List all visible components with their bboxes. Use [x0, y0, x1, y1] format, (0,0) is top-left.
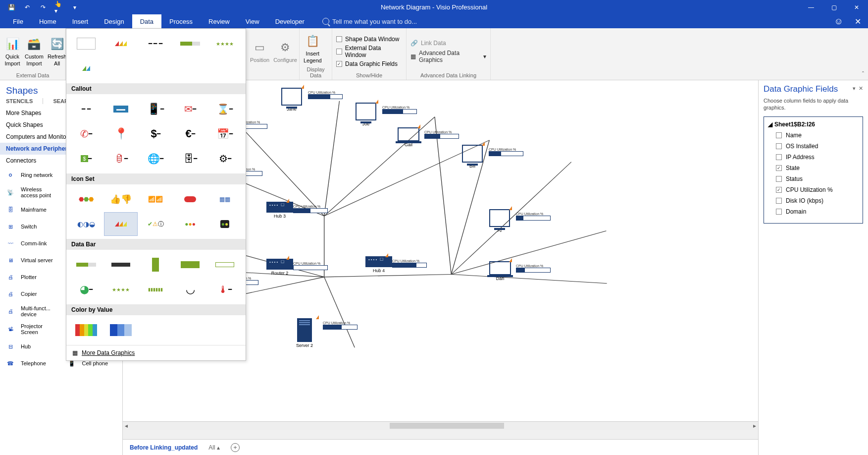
stencils-tab[interactable]: STENCILS — [6, 98, 43, 104]
node-router2[interactable]: Router 2 — [266, 259, 293, 276]
iconset-item-grid[interactable]: ▦▦ — [208, 187, 242, 211]
redo-icon[interactable]: ↷ — [39, 3, 48, 12]
gallery-item-progress[interactable] — [173, 32, 207, 56]
shape-data-window-checkbox[interactable]: Shape Data Window — [336, 35, 399, 44]
databar-item-stars[interactable]: ★★★★ — [104, 278, 138, 301]
data-source-header[interactable]: ◢Sheet1$B2:I26 — [767, 119, 860, 130]
stencil-item[interactable]: ⊞Switch — [0, 218, 61, 235]
stencil-item[interactable]: 🖨Plotter — [0, 269, 61, 285]
refresh-all-button[interactable]: 🔄 Refresh All — [48, 36, 67, 66]
node-hub4[interactable]: Hub 4 — [365, 256, 392, 273]
databar-item-people[interactable]: ▮▮▮▮▮▮ — [139, 278, 172, 301]
iconset-item-pies[interactable]: ◐◑◒ — [69, 212, 103, 236]
callout-item-hourglass[interactable]: ⌛━ — [208, 97, 242, 121]
tab-design[interactable]: Design — [96, 14, 132, 28]
touch-mode-icon[interactable]: 👆▾ — [54, 3, 63, 12]
databar-item[interactable] — [104, 253, 138, 277]
databar-item-pie[interactable]: ◕━ — [69, 278, 103, 301]
insert-legend-button[interactable]: 📋 Insert Legend — [304, 33, 322, 63]
scrollbar-thumb[interactable] — [390, 423, 504, 429]
gallery-item-stars[interactable]: ★★★★ — [208, 32, 242, 56]
field-checkbox-name[interactable]: Name — [767, 130, 860, 141]
gallery-item-flags[interactable] — [104, 32, 138, 56]
stencil-item[interactable]: 🖨Multi-funct... device — [0, 302, 61, 320]
field-checkbox-os-installed[interactable]: OS Installed — [767, 141, 860, 152]
tab-view[interactable]: View — [238, 14, 267, 28]
quick-import-button[interactable]: 📊 Quick Import — [4, 36, 21, 66]
databar-item[interactable] — [208, 253, 242, 277]
databar-item-gauge[interactable]: ◡ — [173, 278, 207, 301]
tab-file[interactable]: File — [5, 14, 31, 28]
callout-item-money[interactable]: $━ — [69, 147, 103, 171]
callout-item-phone2[interactable]: ✆━ — [69, 122, 103, 146]
databar-item[interactable] — [69, 253, 103, 277]
stencil-item[interactable]: ☎Telephone — [0, 355, 61, 372]
tab-process[interactable]: Process — [161, 14, 201, 28]
field-checkbox-status[interactable]: Status — [767, 173, 860, 184]
iconset-item-flags-selected[interactable] — [104, 212, 138, 236]
callout-item-euro[interactable]: €━ — [173, 122, 207, 146]
databar-item[interactable] — [139, 253, 172, 277]
stencil-item[interactable]: 🖥Virtual server — [0, 252, 61, 269]
iconset-item-lights[interactable]: ●●● — [173, 212, 207, 236]
close-button[interactable]: ✕ — [845, 0, 868, 14]
stencil-item[interactable]: ⭘Ring network — [0, 167, 61, 183]
qat-customize-icon[interactable]: ▾ — [70, 3, 79, 12]
callout-item-calendar[interactable]: 📅━ — [208, 122, 242, 146]
callout-item-gear[interactable]: ⚙━ — [208, 147, 242, 171]
node-bill[interactable]: Bill — [462, 145, 483, 169]
callout-item-pin[interactable]: 📍 — [104, 122, 138, 146]
sheet-tab-all[interactable]: All ▴ — [208, 444, 220, 451]
stencil-item[interactable]: 📡Wireless access point — [0, 183, 61, 201]
iconset-item-shields[interactable]: ⬣⬣⬣ — [69, 187, 103, 211]
field-checkbox-state[interactable]: ✓State — [767, 163, 860, 173]
iconset-item-wifi[interactable]: 📶📶 — [139, 187, 172, 211]
callout-item[interactable]: ▬▬ — [104, 97, 138, 121]
stencil-item[interactable]: 🖨Copier — [0, 285, 61, 302]
tab-insert[interactable]: Insert — [64, 14, 97, 28]
tab-review[interactable]: Review — [201, 14, 238, 28]
tell-me-search[interactable]: Tell me what you want to do... — [322, 18, 417, 25]
minimize-button[interactable]: — — [800, 0, 822, 14]
iconset-item-traffic[interactable]: ●● — [208, 212, 242, 236]
advanced-data-graphics-button[interactable]: ▦Advanced Data Graphics ▾ — [410, 49, 486, 64]
tab-developer[interactable]: Developer — [267, 14, 312, 28]
iconset-item-thumbs[interactable]: 👍👎 — [104, 187, 138, 211]
databar-item[interactable] — [173, 253, 207, 277]
add-sheet-button[interactable]: + — [231, 443, 240, 452]
gallery-item-none[interactable] — [69, 32, 103, 56]
horizontal-scrollbar[interactable]: ◂ ▸ — [123, 421, 758, 430]
callout-item[interactable]: ━ ━ — [69, 97, 103, 121]
node-joe[interactable]: Joe — [356, 103, 376, 126]
stencil-item[interactable]: 📽Projector Screen — [0, 320, 61, 338]
gallery-item-divider-lines[interactable]: ━ ━ ━ — [139, 32, 172, 56]
external-data-window-checkbox[interactable]: External Data Window — [336, 44, 402, 59]
stencil-item[interactable]: ⊟Hub — [0, 338, 61, 355]
node-al[interactable]: Al — [489, 209, 510, 233]
undo-icon[interactable]: ↶ — [23, 3, 32, 12]
gallery-item-flags2[interactable] — [69, 57, 103, 80]
scroll-right-icon[interactable]: ▸ — [753, 422, 756, 429]
custom-import-button[interactable]: 🗃️ Custom Import — [25, 36, 44, 66]
databar-item-thermo[interactable]: 🌡━ — [208, 278, 242, 301]
node-dan[interactable]: Dan — [489, 261, 511, 281]
node-jane[interactable]: Jane — [281, 88, 302, 112]
iconset-item-toggle[interactable] — [173, 187, 207, 211]
restore-button[interactable]: ▢ — [822, 0, 845, 14]
callout-item-globe[interactable]: 🌐━ — [139, 147, 172, 171]
stencil-item[interactable]: 〰Comm-link — [0, 235, 61, 252]
callout-item-mail[interactable]: ✉━ — [173, 97, 207, 121]
feedback-smile-icon[interactable]: ☺ — [834, 16, 843, 27]
link-data-button[interactable]: 🔗Link Data — [410, 39, 446, 48]
scroll-left-icon[interactable]: ◂ — [125, 422, 128, 429]
field-checkbox-ip-address[interactable]: IP Address — [767, 152, 860, 163]
colorbyvalue-item-rainbow[interactable] — [69, 318, 103, 342]
stencil-item[interactable]: 🗄Mainframe — [0, 201, 61, 218]
field-checkbox-cpu-utilization-[interactable]: ✓CPU Utilization % — [767, 184, 860, 195]
more-data-graphics-button[interactable]: ▦ More Data Graphics — [66, 345, 246, 360]
data-graphic-fields-checkbox[interactable]: ✓Data Graphic Fields — [336, 59, 398, 68]
iconset-item-status[interactable]: ✔⚠ⓘ — [139, 212, 172, 236]
node-gail[interactable]: Gail — [398, 127, 419, 147]
pane-menu-icon[interactable]: ▾ — [853, 85, 856, 92]
sheet-tab-active[interactable]: Before Linking_updated — [130, 444, 198, 451]
